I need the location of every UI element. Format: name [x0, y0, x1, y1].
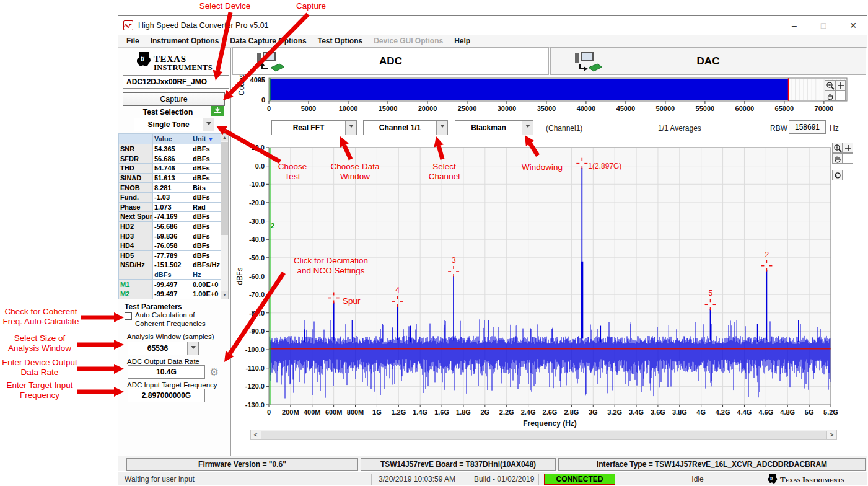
metric-row: dBFsHz	[119, 270, 228, 280]
svg-text:1.2G: 1.2G	[391, 409, 406, 416]
status-message: Waiting for user input	[125, 475, 195, 484]
refresh-scale-icon[interactable]	[832, 170, 843, 180]
window-combo[interactable]: Blackman	[455, 120, 533, 135]
svg-text:2.8G: 2.8G	[564, 409, 579, 416]
tab-dac[interactable]: DAC	[550, 47, 866, 75]
channel-chevron-icon[interactable]	[436, 121, 447, 135]
metric-name: M1	[119, 280, 153, 289]
metric-row: Next Spur-74.169dBFs	[119, 212, 228, 222]
metric-name: SINAD	[119, 173, 153, 183]
analysis-window-combo[interactable]: 65536	[128, 342, 199, 355]
menu-instrument-options[interactable]: Instrument Options	[145, 37, 225, 45]
scroll-up-icon[interactable]: ▲	[221, 134, 228, 141]
data-rate-input[interactable]: 10.4G	[128, 365, 205, 379]
fft-horizontal-scrollbar[interactable]: < >	[250, 430, 837, 440]
svg-text:1G: 1G	[372, 409, 382, 416]
annotation-windowing: Windowing	[522, 162, 563, 172]
sort-descending-icon[interactable]: ▼	[208, 136, 213, 143]
device-select[interactable]: ADC12DJxx00RF_JMO	[123, 75, 229, 89]
minimize-button[interactable]: –	[784, 18, 804, 33]
title-bar: High Speed Data Converter Pro v5.01 – □ …	[118, 16, 867, 35]
menu-test-options[interactable]: Test Options	[312, 37, 368, 45]
annotation-analysis-size: Select Size of Analysis Window	[8, 334, 71, 353]
device-select-value: ADC12DJxx00RF_JMO	[126, 77, 207, 86]
fft-type-chevron-icon[interactable]	[345, 121, 356, 135]
svg-text:0: 0	[267, 409, 271, 416]
menu-file[interactable]: File	[121, 37, 145, 45]
metric-value: -76.058	[153, 241, 191, 250]
svg-text:0: 0	[261, 96, 265, 104]
fft-type-combo[interactable]: Real FFT	[271, 120, 357, 135]
metric-row: M1-99.4970.00E+0	[119, 280, 228, 289]
target-freq-input[interactable]: 2.897000000G	[128, 389, 205, 402]
svg-text:4.8G: 4.8G	[780, 409, 795, 416]
svg-text:dBFs: dBFs	[235, 267, 244, 285]
svg-text:2G: 2G	[481, 409, 490, 416]
svg-text:-30.0: -30.0	[249, 218, 265, 225]
test-selection-combo[interactable]: Single Tone	[134, 118, 214, 131]
scroll-left-icon[interactable]: <	[251, 430, 260, 439]
menu-data-capture-options[interactable]: Data Capture Options	[224, 37, 312, 45]
auto-calc-checkbox[interactable]	[125, 312, 132, 320]
svg-text:0: 0	[267, 105, 271, 112]
svg-text:20000: 20000	[418, 105, 437, 112]
screen: 0500010000150002000025000300003500040000…	[0, 0, 868, 486]
rbw-value[interactable]: 158691	[789, 120, 826, 134]
empty-tool-cell	[843, 153, 853, 164]
scrollbar-thumb[interactable]	[221, 142, 228, 235]
svg-text:25000: 25000	[458, 105, 477, 112]
metric-name: HD4	[119, 241, 153, 250]
menu-help[interactable]: Help	[449, 37, 476, 45]
rbw-unit: Hz	[830, 124, 839, 133]
test-selection-value: Single Tone	[134, 118, 203, 131]
svg-text:10000: 10000	[339, 105, 358, 112]
crosshair-tool-icon[interactable]	[843, 143, 853, 153]
test-selection-chevron-icon[interactable]	[203, 118, 214, 131]
svg-text:3.4G: 3.4G	[629, 409, 644, 416]
close-button[interactable]: ✕	[843, 18, 863, 33]
channel-combo[interactable]: Channel 1/1	[363, 120, 448, 135]
brand-line2: INSTRUMENTS	[154, 63, 213, 73]
tab-adc[interactable]: ADC	[232, 47, 549, 75]
metrics-header-blank[interactable]	[119, 134, 153, 144]
sidebar: ti TEXAS INSTRUMENTS ADC12DJxx00RF_JMO C…	[118, 48, 231, 456]
channel-value: Channel 1/1	[364, 121, 436, 135]
data-rate-label: ADC Output Data Rate	[127, 358, 199, 365]
crosshair-tool-icon[interactable]	[835, 80, 846, 91]
maximize-button[interactable]: □	[813, 18, 833, 33]
scroll-down-icon[interactable]: ▼	[221, 291, 228, 299]
separator	[760, 474, 760, 485]
svg-text:2: 2	[765, 250, 769, 259]
separator	[371, 474, 372, 485]
svg-text:65000: 65000	[775, 105, 794, 112]
svg-text:1.8G: 1.8G	[456, 409, 471, 416]
metrics-header-value[interactable]: Value	[153, 134, 191, 144]
status-build: Build - 01/02/2019	[474, 475, 534, 484]
svg-text:3.2G: 3.2G	[607, 409, 622, 416]
metrics-scrollbar[interactable]: ▲ ▼	[221, 133, 229, 299]
metric-value: -56.686	[153, 221, 191, 231]
metric-value: 1.073	[153, 202, 191, 212]
scroll-right-icon[interactable]: >	[827, 430, 836, 439]
metric-row: HD5-77.789dBFs	[119, 250, 228, 260]
pan-tool-icon[interactable]	[825, 91, 835, 101]
window-chevron-icon[interactable]	[522, 121, 533, 135]
annotation-capture: Capture	[296, 1, 326, 11]
zoom-tool-icon[interactable]	[832, 143, 843, 153]
metric-name: Fund.	[119, 192, 153, 202]
svg-text:4.6G: 4.6G	[758, 409, 773, 416]
analysis-window-chevron-icon[interactable]	[187, 342, 198, 355]
nco-settings-gear-icon[interactable]: ⚙	[209, 366, 219, 379]
svg-text:400M: 400M	[304, 409, 321, 416]
zoom-tool-icon[interactable]	[825, 80, 835, 91]
metric-value: 54.365	[153, 144, 191, 154]
svg-text:5: 5	[709, 289, 713, 298]
hscroll-thumb[interactable]	[261, 431, 827, 440]
window-title: High Speed Data Converter Pro v5.01	[138, 21, 269, 30]
pan-tool-icon[interactable]	[832, 153, 843, 164]
svg-text:2: 2	[271, 222, 274, 229]
ti-footer-logo: ti Texas Instruments	[768, 474, 844, 485]
firmware-version-box: Firmware Version = "0.6"	[126, 458, 358, 471]
capture-button[interactable]: Capture	[123, 92, 225, 106]
metric-value: -74.169	[153, 212, 191, 222]
